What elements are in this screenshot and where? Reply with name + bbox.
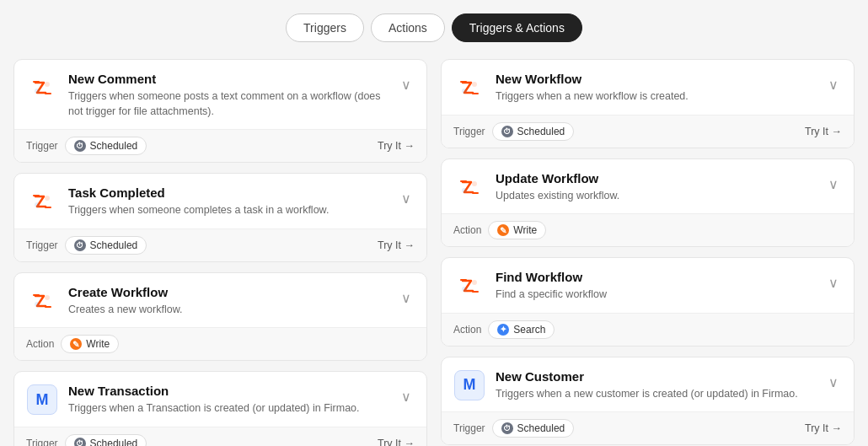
card-desc: Triggers when a new workflow is created.	[496, 89, 815, 105]
svg-point-7	[45, 295, 50, 300]
badge-label: Scheduled	[90, 140, 138, 152]
svg-point-5	[35, 202, 40, 207]
svg-rect-12	[458, 175, 481, 199]
try-it-button[interactable]: Try It →	[378, 438, 415, 447]
card-header-new-comment: New Comment Triggers when someone posts …	[14, 60, 426, 129]
tab-triggers-actions[interactable]: Triggers & Actions	[452, 13, 582, 42]
type-label: Trigger	[26, 438, 58, 447]
card-footer-new-workflow: Trigger ⏱ Scheduled Try It →	[442, 115, 854, 148]
type-label: Trigger	[26, 239, 58, 251]
try-it-button[interactable]: Try It →	[805, 126, 842, 137]
card-new-comment: New Comment Triggers when someone posts …	[13, 59, 427, 163]
type-badge-container: Trigger ⏱ Scheduled	[26, 137, 147, 155]
card-header-new-customer: M New Customer Triggers when a new custo…	[442, 357, 854, 412]
card-text-find-workflow: Find Workflow Find a specific workflow	[496, 270, 815, 303]
badge-label: Scheduled	[90, 239, 138, 251]
svg-point-8	[35, 302, 40, 307]
card-title: Update Workflow	[496, 171, 815, 185]
badge-label: Scheduled	[90, 438, 138, 447]
card-icon-find-workflow	[453, 270, 485, 302]
type-badge-container: Action ✦ Search	[453, 320, 555, 339]
zapier-icon	[27, 73, 57, 103]
chevron-button[interactable]: ∨	[398, 187, 415, 210]
chevron-button[interactable]: ∨	[398, 385, 415, 408]
card-footer-create-workflow: Action ✎ Write	[14, 327, 426, 360]
card-text-new-comment: New Comment Triggers when someone posts …	[68, 72, 388, 119]
card-task-completed: Task Completed Triggers when someone com…	[13, 173, 427, 262]
badge-label: Write	[86, 338, 110, 350]
firmao-icon: M	[27, 384, 57, 415]
card-icon-create-workflow	[26, 285, 58, 317]
svg-point-4	[45, 196, 50, 201]
card-footer-find-workflow: Action ✦ Search	[442, 313, 854, 346]
svg-point-13	[472, 181, 477, 186]
card-desc: Triggers when a new customer is created …	[496, 387, 815, 402]
chevron-button[interactable]: ∨	[398, 287, 415, 309]
card-update-workflow: Update Workflow Updates existing workflo…	[441, 159, 855, 248]
try-it-label: Try It →	[805, 126, 842, 137]
card-icon-task-completed	[26, 185, 58, 218]
card-text-create-workflow: Create Workflow Creates a new workflow.	[68, 285, 388, 318]
badge-write[interactable]: ✎ Write	[488, 221, 546, 239]
type-label: Trigger	[453, 126, 485, 137]
zapier-icon	[27, 286, 57, 316]
badge-scheduled[interactable]: ⏱ Scheduled	[65, 137, 147, 155]
card-text-new-workflow: New Workflow Triggers when a new workflo…	[496, 72, 815, 105]
badge-scheduled[interactable]: ⏱ Scheduled	[492, 122, 575, 141]
card-title: New Comment	[68, 72, 388, 86]
card-desc: Creates a new workflow.	[68, 303, 388, 318]
svg-point-11	[462, 89, 467, 94]
card-footer-task-completed: Trigger ⏱ Scheduled Try It →	[14, 228, 426, 261]
card-desc: Triggers when a Transaction is created (…	[68, 401, 388, 416]
chevron-button[interactable]: ∨	[825, 173, 842, 196]
card-create-workflow: Create Workflow Creates a new workflow. …	[13, 272, 427, 362]
card-title: New Customer	[496, 369, 815, 384]
badge-scheduled[interactable]: ⏱ Scheduled	[65, 236, 147, 255]
card-title: Find Workflow	[496, 270, 815, 284]
svg-rect-15	[458, 274, 481, 298]
try-it-button[interactable]: Try It →	[378, 140, 415, 152]
badge-label: Write	[513, 224, 537, 236]
card-header-new-transaction: M New Transaction Triggers when a Transa…	[14, 372, 426, 427]
chevron-button[interactable]: ∨	[825, 73, 842, 96]
card-title: New Workflow	[496, 72, 815, 86]
chevron-button[interactable]: ∨	[398, 73, 415, 96]
badge-search[interactable]: ✦ Search	[488, 320, 555, 339]
svg-rect-9	[458, 76, 481, 99]
type-label: Action	[453, 224, 481, 236]
card-footer-new-comment: Trigger ⏱ Scheduled Try It →	[14, 129, 426, 162]
card-title: Create Workflow	[68, 285, 388, 299]
badge-label: Scheduled	[517, 422, 565, 434]
svg-rect-3	[30, 190, 54, 213]
type-badge-container: Action ✎ Write	[453, 221, 546, 239]
card-header-update-workflow: Update Workflow Updates existing workflo…	[442, 159, 854, 214]
card-header-task-completed: Task Completed Triggers when someone com…	[14, 174, 426, 228]
svg-point-16	[472, 280, 477, 285]
badge-scheduled[interactable]: ⏱ Scheduled	[492, 419, 575, 438]
svg-rect-6	[30, 289, 54, 313]
zapier-icon	[454, 172, 485, 202]
try-it-button[interactable]: Try It →	[805, 422, 842, 434]
tab-actions[interactable]: Actions	[371, 13, 445, 42]
try-it-label: Try It →	[805, 422, 842, 434]
badge-write[interactable]: ✎ Write	[61, 335, 119, 353]
badge-label: Search	[513, 324, 545, 336]
badge-scheduled[interactable]: ⏱ Scheduled	[65, 434, 147, 447]
card-header-create-workflow: Create Workflow Creates a new workflow. …	[14, 273, 426, 328]
card-footer-update-workflow: Action ✎ Write	[442, 213, 854, 246]
svg-point-10	[472, 82, 477, 87]
chevron-button[interactable]: ∨	[825, 271, 842, 294]
card-new-workflow: New Workflow Triggers when a new workflo…	[441, 59, 855, 148]
type-badge-container: Trigger ⏱ Scheduled	[26, 236, 147, 255]
chevron-button[interactable]: ∨	[825, 371, 842, 394]
zapier-icon	[454, 73, 485, 103]
card-text-update-workflow: Update Workflow Updates existing workflo…	[496, 171, 815, 204]
card-icon-update-workflow	[453, 171, 485, 203]
try-it-label: Try It →	[378, 140, 415, 152]
tab-triggers[interactable]: Triggers	[286, 13, 364, 42]
type-label: Action	[26, 338, 54, 350]
card-icon-new-customer: M	[453, 369, 485, 401]
try-it-button[interactable]: Try It →	[378, 239, 415, 251]
card-desc: Triggers when someone completes a task i…	[68, 203, 388, 218]
card-title: New Transaction	[68, 384, 388, 398]
